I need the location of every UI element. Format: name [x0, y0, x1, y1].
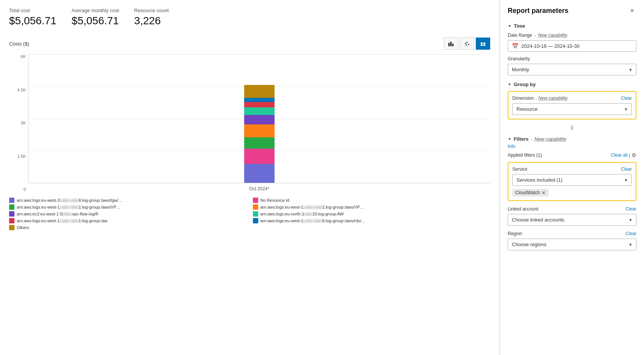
legend-item: arn:aws:logs:eu-west-1:xxxx xxxx1:log-gr… — [9, 204, 247, 210]
legend-swatch — [9, 204, 14, 210]
svg-rect-1 — [450, 42, 451, 46]
pause-divider: || — [508, 125, 636, 130]
services-included-wrapper: Services included (1) ▼ — [512, 174, 632, 186]
dimension-clear-button[interactable]: Clear — [621, 96, 632, 101]
total-cost-value: $5,056.71 — [9, 15, 57, 27]
dimension-field-row: Dimension - New capability Clear — [512, 96, 632, 101]
svg-point-4 — [467, 42, 468, 43]
applied-filters-row: Applied filters (1) Clear all | ⚙ — [508, 152, 636, 158]
service-field-label: Service — [512, 167, 527, 172]
chart-controls — [444, 38, 490, 50]
legend-text: arn:aws:logs:eu-west-3:xxxx xxxx6:log-gr… — [17, 198, 123, 203]
bar-segment — [244, 85, 275, 98]
avg-monthly-stat: Average monthly cost $5,056.71 — [72, 8, 119, 27]
legend-item: Others — [9, 225, 247, 230]
y-label-0: 0 — [24, 187, 26, 192]
close-button[interactable]: × — [628, 6, 636, 16]
region-select-wrapper: Choose regions ▼ — [508, 239, 636, 250]
region-clear-button[interactable]: Clear — [625, 231, 636, 236]
dimension-field-label: Dimension - New capability — [512, 96, 568, 101]
time-collapse-icon: ▼ — [508, 24, 511, 28]
dimension-select[interactable]: Resource — [512, 103, 632, 115]
service-clear-button[interactable]: Clear — [621, 167, 632, 172]
bar-segment — [244, 98, 275, 102]
total-cost-label: Total cost — [9, 8, 57, 13]
legend-text: arn:aws:logs:eu-west-1:xxxx xxxx1:log-gr… — [260, 205, 367, 209]
bar-segment — [244, 102, 275, 107]
granularity-label: Granularity — [508, 56, 636, 61]
total-cost-stat: Total cost $5,056.71 — [9, 8, 57, 27]
y-axis: 6K 4.5K 3K 1.5K 0 — [13, 54, 28, 192]
y-label-6k: 6K — [21, 54, 26, 59]
chart-header: Costs ($) — [9, 38, 490, 50]
legend-item: arn:aws:logs:eu-west-1:xxxx xxxx6:log-gr… — [253, 218, 491, 223]
applied-filters-actions: Clear all | ⚙ — [611, 152, 636, 158]
bars-container — [28, 54, 490, 183]
group-by-header[interactable]: ▼ Group by — [508, 82, 636, 87]
services-included-select[interactable]: Services included (1) — [512, 174, 632, 186]
region-label: Region — [508, 231, 522, 236]
clear-all-link[interactable]: Clear all | — [611, 152, 630, 158]
chart-title: Costs ($) — [9, 41, 29, 47]
date-range-input[interactable]: 📅 2024-10-16 — 2024-10-30 — [508, 40, 636, 52]
legend-item: arn:aws:ec2:eu-west-1:Sxxxx:vpc-flow-log… — [9, 211, 247, 217]
linked-account-select-wrapper: Choose linked accounts ▼ — [508, 214, 636, 226]
region-select[interactable]: Choose regions — [508, 239, 636, 250]
legend: arn:aws:logs:eu-west-3:xxxx xxxx6:log-gr… — [9, 198, 490, 230]
svg-rect-10 — [483, 42, 485, 44]
resource-count-label: Resource count — [134, 8, 169, 13]
legend-swatch — [253, 218, 258, 223]
service-tags: CloudWatch ✕ — [512, 189, 632, 196]
service-highlight-box: Service Clear Services included (1) ▼ Cl… — [508, 162, 636, 201]
filters-info-link[interactable]: Info — [508, 144, 515, 149]
linked-account-section: Linked account Clear Choose linked accou… — [508, 206, 636, 226]
panel-header: Report parameters × — [508, 6, 636, 16]
legend-text: arn:aws:ec2:eu-west-1:Sxxxx:vpc-flow-log… — [17, 212, 99, 216]
legend-item: arn:aws:logs:eu-west-3:xxxx xxxx6:log-gr… — [9, 198, 247, 203]
avg-monthly-label: Average monthly cost — [72, 8, 119, 13]
time-section-label: Time — [514, 23, 525, 29]
chart-area — [28, 54, 490, 183]
legend-item: arn:aws:logs:eu-north-1xxxx15:log-group:… — [253, 211, 491, 217]
svg-point-5 — [468, 44, 469, 45]
stacked-chart-btn[interactable] — [476, 38, 490, 50]
bar-segment — [244, 164, 275, 183]
legend-text: arn:aws:logs:eu-west-1:xxxx xxxx1:log-gr… — [17, 205, 123, 209]
time-section: ▼ Time Date Range - New capability 📅 202… — [508, 23, 636, 75]
linked-account-label: Linked account — [508, 206, 538, 212]
legend-swatch — [9, 218, 14, 223]
group-by-label: Group by — [514, 82, 536, 87]
panel-title: Report parameters — [508, 7, 568, 15]
time-section-header[interactable]: ▼ Time — [508, 23, 636, 29]
dimension-highlight-box: Dimension - New capability Clear Resourc… — [508, 91, 636, 119]
svg-rect-8 — [483, 44, 485, 46]
service-field-row: Service Clear — [512, 167, 632, 172]
group-by-section: ▼ Group by Dimension - New capability Cl… — [508, 82, 636, 130]
legend-item: No Resource Id — [253, 198, 491, 203]
legend-swatch — [253, 211, 258, 217]
linked-account-select[interactable]: Choose linked accounts — [508, 214, 636, 226]
legend-item: arn:aws:logs:eu-west-1:xxxx xxxx1:log-gr… — [253, 204, 491, 210]
chart-wrapper: 6K 4.5K 3K 1.5K 0 Oct 2024* — [28, 54, 490, 192]
calendar-icon: 📅 — [512, 43, 518, 49]
bar-chart-btn[interactable] — [444, 38, 458, 50]
linked-account-clear-button[interactable]: Clear — [625, 206, 636, 212]
scatter-chart-btn[interactable] — [460, 38, 474, 50]
legend-text: arn:aws:logs:eu-north-1xxxx15:log-group:… — [260, 212, 344, 216]
bar-segment — [244, 149, 275, 163]
cloudwatch-tag-remove[interactable]: ✕ — [541, 190, 546, 195]
bar-segment — [244, 124, 275, 137]
legend-swatch — [253, 198, 258, 203]
legend-text: arn:aws:logs:eu-west-1:xxxx xxxx1:log-gr… — [17, 218, 107, 223]
legend-text: No Resource Id — [260, 198, 289, 203]
granularity-select[interactable]: Monthly — [508, 64, 636, 75]
main-content: Total cost $5,056.71 Average monthly cos… — [0, 0, 500, 355]
filters-section: ▼ Filters - New capability Info Applied … — [508, 136, 636, 250]
bar-segment — [244, 137, 275, 149]
region-field-row: Region Clear — [508, 231, 636, 236]
linked-account-field-row: Linked account Clear — [508, 206, 636, 212]
svg-point-6 — [466, 45, 467, 46]
gear-icon[interactable]: ⚙ — [631, 152, 636, 158]
resource-count-stat: Resource count 3,226 — [134, 8, 169, 27]
applied-filters-label: Applied filters (1) — [508, 152, 542, 158]
